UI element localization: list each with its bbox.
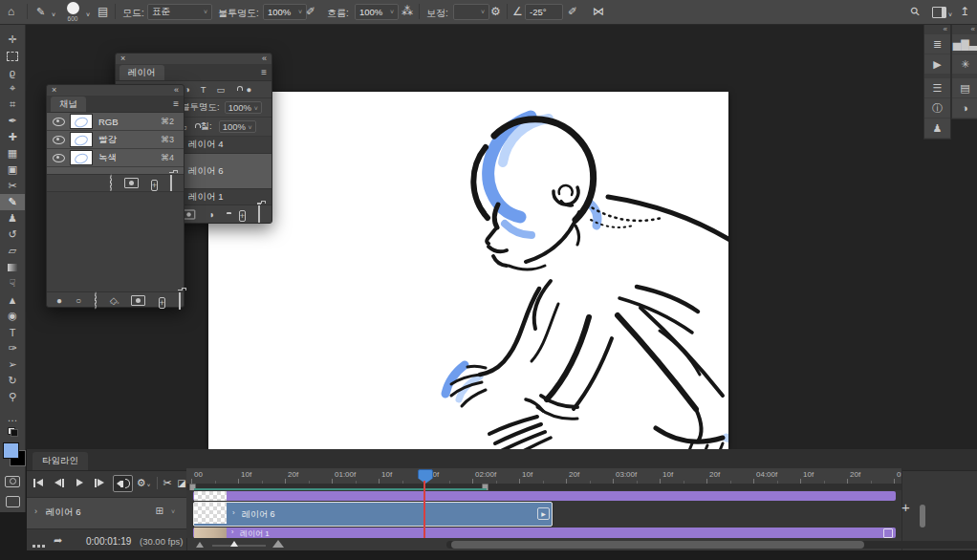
clip-layer-6[interactable]: › 레이어 6 ▶ <box>193 502 553 527</box>
eraser-tool[interactable]: ▱ <box>0 243 25 259</box>
panel-titlebar[interactable]: × « <box>116 54 271 64</box>
zoom-out-icon[interactable] <box>196 542 204 548</box>
channel-row[interactable]: 빨강⌘3 <box>47 131 184 149</box>
channel-row-partial[interactable] <box>47 167 184 174</box>
disclosure-icon[interactable]: › <box>232 508 235 517</box>
track-film-icon[interactable]: ⊞ <box>156 506 163 516</box>
delete-channel-icon[interactable] <box>170 175 172 192</box>
rotate-view-tool[interactable]: ↻ <box>0 373 25 389</box>
smudge-tool[interactable]: ☟ <box>0 275 25 291</box>
layers-tab[interactable]: 레이어 <box>119 65 164 80</box>
delete-layer-icon[interactable] <box>258 205 260 223</box>
chevron-down-icon[interactable]: ˅ <box>948 7 952 24</box>
brush-tool[interactable]: ✎ <box>0 194 25 210</box>
clip-layer-1[interactable]: › 레이어 1 <box>193 528 896 538</box>
foreground-color-swatch[interactable] <box>3 442 19 459</box>
save-selection-as-channel-icon[interactable] <box>124 178 139 188</box>
load-selection-icon[interactable] <box>110 175 112 192</box>
layers-fill-select[interactable]: 100% ˅ <box>219 120 256 133</box>
frame-tool[interactable]: ▣ <box>0 162 25 178</box>
airbrush-icon[interactable]: ⁂ <box>402 3 413 20</box>
path-as-selection-icon[interactable] <box>95 292 97 310</box>
home-icon[interactable]: ⌂ <box>8 3 14 20</box>
quick-mask-icon[interactable] <box>0 473 25 489</box>
close-icon[interactable]: × <box>52 85 56 95</box>
document-canvas[interactable] <box>208 92 728 449</box>
move-tool[interactable]: ✛ <box>0 32 25 48</box>
visibility-eye-icon[interactable] <box>53 136 65 144</box>
pen-tool[interactable]: ✑ <box>0 340 25 356</box>
collapse-icon[interactable]: « <box>262 54 267 63</box>
disclosure-icon[interactable]: › <box>231 528 233 535</box>
panel-resize-grip[interactable]: ••• <box>110 299 119 306</box>
slice-tool[interactable]: ✂ <box>0 178 25 194</box>
adjustments-panel-button[interactable]: ◑ <box>952 98 977 118</box>
brush-preview[interactable]: 600 <box>63 1 82 23</box>
lasso-tool[interactable]: ϱ <box>0 64 25 80</box>
render-video-arrow-icon[interactable]: ➦ <box>54 534 62 547</box>
collapse-icon[interactable]: « <box>174 85 179 95</box>
histogram-panel-button[interactable]: ▅▇▃ <box>952 34 977 54</box>
libraries-panel-button[interactable]: ▤ <box>952 78 977 97</box>
fill-path-icon[interactable]: ● <box>56 295 62 306</box>
timeline-panel-button[interactable]: ≣ <box>924 34 950 54</box>
filter-type-icon[interactable]: T <box>201 84 206 95</box>
smoothing-select[interactable]: ˅ <box>453 4 489 20</box>
clip-expand-icon[interactable] <box>883 528 893 538</box>
object-selection-tool[interactable]: ⌖ <box>0 80 25 97</box>
channels-tab[interactable]: 채널 <box>51 97 86 112</box>
zoom-slider-track[interactable] <box>212 545 266 547</box>
flow-select[interactable]: 100% ˅ <box>355 4 399 20</box>
clip-expand-icon[interactable]: ▶ <box>537 507 550 520</box>
disclosure-icon[interactable]: › <box>34 506 37 516</box>
history-brush-tool[interactable]: ↺ <box>0 226 25 243</box>
crop-tool[interactable]: ⌗ <box>0 97 25 113</box>
zoom-tool[interactable]: ⚲ <box>0 389 25 405</box>
pressure-size-icon[interactable]: ✐ <box>568 3 577 20</box>
edit-toolbar-ellipsis-icon[interactable]: … <box>0 409 25 425</box>
new-channel-icon[interactable]: + <box>151 175 158 192</box>
chevron-down-icon[interactable]: ˅ <box>86 7 90 24</box>
brush-settings-panel-icon[interactable]: ▤ <box>98 3 108 20</box>
color-swatches[interactable] <box>0 441 25 467</box>
eyedropper-tool[interactable]: ✒ <box>0 113 25 129</box>
go-to-first-frame-button[interactable] <box>31 475 46 490</box>
gradient-tool[interactable] <box>0 259 25 275</box>
play-panel-button[interactable]: ▶ <box>924 54 950 74</box>
horizontal-scrollbar[interactable] <box>446 541 977 549</box>
delete-path-icon[interactable] <box>179 292 181 310</box>
frame-animation-icon[interactable] <box>33 539 47 549</box>
zoom-in-icon[interactable] <box>272 540 284 548</box>
screen-mode-icon[interactable] <box>0 493 25 509</box>
search-icon[interactable]: ⚲ <box>906 3 924 21</box>
filter-shape-icon[interactable]: ▭ <box>217 84 226 95</box>
timeline-ruler[interactable]: 0010f20f01:00f10f20f02:00f10f20f03:00f10… <box>186 468 901 485</box>
properties-panel-button[interactable]: ☰ <box>924 78 950 97</box>
dodge-tool[interactable]: ◉ <box>0 308 25 324</box>
path-selection-tool[interactable]: ➢ <box>0 356 25 373</box>
vertical-scrollbar[interactable] <box>920 505 925 528</box>
zoom-slider-thumb[interactable] <box>230 541 238 547</box>
clone-source-panel-button[interactable]: ♟ <box>924 118 950 138</box>
collapse-dock-icon[interactable]: « <box>952 25 977 34</box>
collapse-dock-icon[interactable]: « <box>924 25 950 34</box>
chevron-down-icon[interactable]: ˅ <box>171 508 175 515</box>
horizontal-scrollbar-thumb[interactable] <box>451 541 864 549</box>
visibility-eye-icon[interactable] <box>53 118 65 126</box>
new-path-icon[interactable]: + <box>159 292 165 310</box>
type-tool[interactable]: T <box>0 324 25 340</box>
add-media-plus-icon[interactable]: + <box>901 499 910 515</box>
enable-audio-button[interactable] <box>113 475 133 492</box>
filter-adjustment-icon[interactable]: ◑ <box>185 84 190 95</box>
brush-angle-input[interactable]: -25° <box>525 4 563 20</box>
adjustment-layer-icon[interactable]: ◑ <box>208 209 214 220</box>
panel-titlebar[interactable]: × « <box>47 85 184 96</box>
sharpen-tool[interactable]: ▲ <box>0 291 25 308</box>
channel-row[interactable]: RGB⌘2 <box>47 113 184 131</box>
workspace-switcher-icon[interactable] <box>932 7 946 18</box>
share-icon[interactable]: ↥ <box>960 3 969 20</box>
brush-tool-icon[interactable]: ✎ <box>36 3 45 20</box>
channel-row[interactable]: 녹색⌘4 <box>47 149 184 167</box>
timeline-settings-gear-icon[interactable]: ⚙˅ <box>136 475 151 490</box>
path-mask-icon[interactable] <box>131 295 145 306</box>
